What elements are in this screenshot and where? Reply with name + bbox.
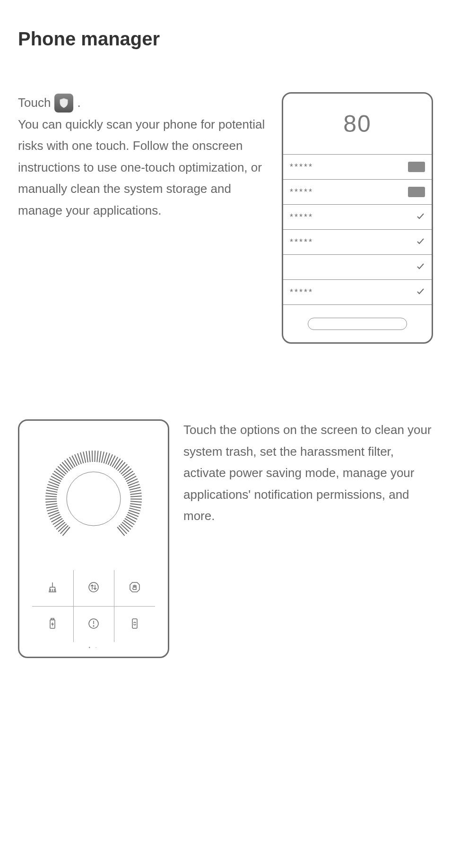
section-two: • · Touch the options on the screen to c…	[18, 419, 433, 658]
svg-line-6	[52, 516, 61, 522]
svg-line-64	[130, 496, 142, 496]
scan-result-row[interactable]: *****	[283, 179, 432, 204]
svg-line-69	[129, 508, 140, 511]
svg-line-55	[124, 471, 133, 477]
svg-rect-86	[132, 619, 137, 628]
optimization-dial[interactable]	[19, 430, 168, 567]
touch-period: .	[77, 92, 80, 114]
scan-score: 80	[343, 110, 372, 138]
page-title: Phone manager	[18, 28, 433, 50]
svg-line-68	[130, 506, 141, 508]
scan-row-label: *****	[290, 237, 313, 247]
svg-line-38	[89, 451, 90, 462]
svg-line-28	[62, 462, 69, 471]
scan-action-button[interactable]	[308, 318, 407, 330]
svg-rect-83	[51, 618, 54, 620]
svg-line-30	[67, 459, 73, 468]
svg-line-0	[62, 527, 69, 536]
svg-line-63	[130, 493, 141, 495]
checkmark-icon	[416, 211, 425, 223]
svg-line-54	[122, 469, 131, 476]
svg-line-26	[58, 467, 66, 474]
svg-line-57	[126, 476, 136, 481]
scan-result-row[interactable]: *****	[283, 229, 432, 254]
phone-mock-scan: 80 *************************	[282, 92, 433, 344]
svg-line-11	[46, 506, 58, 508]
svg-line-4	[54, 521, 63, 527]
app-link-option[interactable]	[114, 606, 155, 642]
power-saving-option[interactable]	[32, 606, 73, 642]
svg-line-79	[117, 527, 124, 536]
row-action-box[interactable]	[408, 162, 425, 172]
alert-circle-icon	[87, 617, 100, 632]
touch-word: Touch	[18, 92, 51, 114]
svg-line-43	[102, 451, 104, 462]
scan-result-row[interactable]: *****	[283, 154, 432, 179]
svg-line-29	[64, 460, 71, 469]
scan-row-label: *****	[290, 287, 313, 297]
svg-line-24	[54, 471, 64, 477]
svg-point-80	[67, 472, 121, 526]
scan-result-row[interactable]	[283, 254, 432, 279]
svg-line-66	[130, 501, 142, 502]
svg-line-12	[46, 503, 57, 505]
svg-line-48	[112, 457, 118, 467]
section-two-body: Touch the options on the screen to clean…	[183, 419, 433, 527]
options-grid	[32, 570, 155, 642]
svg-line-39	[92, 451, 93, 462]
svg-line-3	[56, 522, 65, 529]
svg-line-41	[97, 451, 98, 462]
svg-line-56	[125, 474, 134, 480]
svg-line-76	[122, 522, 131, 529]
svg-line-2	[58, 524, 67, 531]
svg-line-49	[114, 459, 120, 468]
svg-line-10	[47, 508, 58, 511]
data-traffic-option[interactable]	[73, 570, 114, 606]
svg-line-61	[130, 487, 140, 490]
cleanup-option[interactable]	[32, 570, 73, 606]
svg-line-13	[45, 501, 57, 502]
scan-row-label: *****	[290, 187, 313, 197]
page-indicator: • ·	[19, 645, 168, 650]
scan-footer	[283, 304, 432, 342]
svg-line-78	[119, 526, 127, 534]
stop-hand-icon	[129, 581, 141, 595]
scan-score-area: 80	[283, 94, 432, 154]
svg-line-74	[125, 519, 134, 525]
svg-line-75	[123, 521, 132, 527]
scan-result-row[interactable]: *****	[283, 204, 432, 229]
phone-link-icon	[129, 617, 141, 632]
row-action-box[interactable]	[408, 187, 425, 197]
svg-line-1	[61, 526, 69, 534]
svg-line-50	[116, 460, 123, 469]
scan-result-row[interactable]: *****	[283, 279, 432, 304]
svg-line-5	[53, 519, 62, 525]
svg-line-16	[46, 493, 57, 495]
notification-option[interactable]	[73, 606, 114, 642]
data-arrows-icon	[87, 581, 100, 595]
svg-line-40	[95, 451, 95, 462]
broom-icon	[46, 581, 59, 595]
svg-line-17	[46, 490, 58, 492]
svg-line-18	[47, 487, 58, 490]
checkmark-icon	[416, 261, 425, 273]
svg-line-23	[52, 474, 62, 480]
battery-bolt-icon	[46, 617, 59, 632]
svg-line-42	[99, 451, 101, 462]
svg-line-22	[51, 476, 61, 481]
scan-row-label: *****	[290, 162, 313, 172]
svg-line-51	[118, 462, 125, 471]
phone-manager-app-icon	[54, 94, 73, 113]
svg-line-73	[126, 516, 136, 522]
svg-line-36	[83, 451, 86, 462]
checkmark-icon	[416, 286, 425, 298]
svg-point-81	[89, 582, 98, 592]
svg-line-62	[130, 490, 141, 492]
scan-row-label: *****	[290, 212, 313, 222]
svg-line-15	[45, 496, 57, 496]
svg-line-53	[121, 467, 130, 474]
section-one-text: Touch . You can quickly scan your phone …	[18, 92, 268, 344]
harassment-filter-option[interactable]	[114, 570, 155, 606]
svg-line-52	[119, 464, 127, 472]
svg-line-77	[121, 524, 129, 531]
